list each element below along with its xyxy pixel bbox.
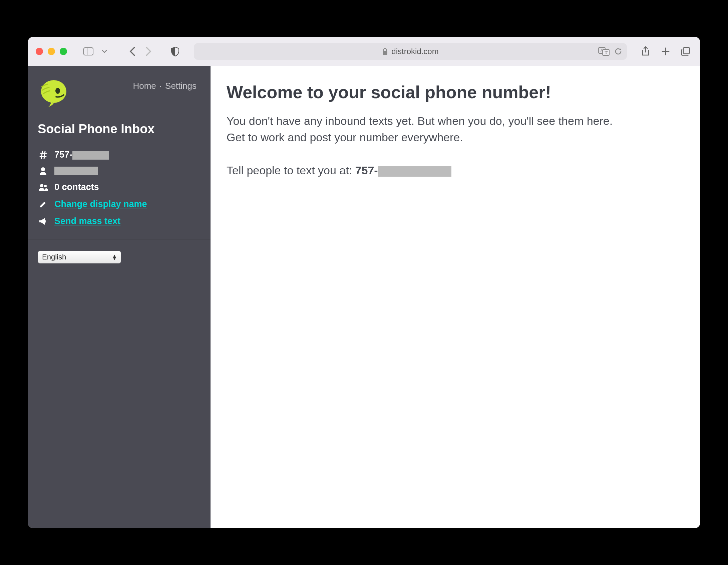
address-bar[interactable]: distrokid.com A 文 xyxy=(194,43,627,60)
empty-state-text: You don't have any inbound texts yet. Bu… xyxy=(227,113,627,146)
svg-text:A: A xyxy=(601,48,603,52)
cta-prefix: Tell people to text you at: xyxy=(227,164,355,177)
redacted-phone xyxy=(72,151,109,160)
change-display-name-link[interactable]: Change display name xyxy=(54,199,147,209)
language-select-container: English ▲▼ xyxy=(28,239,211,275)
pencil-icon xyxy=(38,200,48,208)
svg-rect-7 xyxy=(683,47,690,54)
address-bar-actions: A 文 xyxy=(598,47,622,56)
minimize-window-button[interactable] xyxy=(48,48,55,55)
translate-icon[interactable]: A 文 xyxy=(598,47,610,56)
bullhorn-icon xyxy=(38,217,48,225)
nav-separator: · xyxy=(159,81,162,91)
nav-home-link[interactable]: Home xyxy=(133,81,156,91)
hash-icon xyxy=(38,151,48,159)
shield-icon[interactable] xyxy=(168,45,182,58)
language-select[interactable]: English ▲▼ xyxy=(38,251,121,263)
svg-text:文: 文 xyxy=(605,50,608,54)
browser-window: distrokid.com A 文 xyxy=(28,37,700,528)
contacts-icon xyxy=(38,183,48,191)
redacted-cta-phone xyxy=(378,166,451,177)
reload-icon[interactable] xyxy=(614,47,622,56)
share-button[interactable] xyxy=(639,45,652,58)
select-arrows-icon: ▲▼ xyxy=(112,254,117,260)
url-text: distrokid.com xyxy=(391,47,438,56)
send-mass-text-row: Send mass text xyxy=(38,213,201,230)
new-tab-button[interactable] xyxy=(659,45,672,58)
svg-rect-0 xyxy=(84,48,93,55)
display-name-row xyxy=(38,163,201,179)
change-display-name-row: Change display name xyxy=(38,196,201,213)
sidebar-nav: Home · Settings xyxy=(133,77,197,91)
sidebar-toggle-group xyxy=(82,45,111,58)
svg-rect-2 xyxy=(383,51,387,55)
sidebar-info: 757- xyxy=(28,146,211,230)
svg-point-10 xyxy=(41,167,45,171)
sidebar-toggle-button[interactable] xyxy=(82,45,95,58)
tabs-overview-button[interactable] xyxy=(679,45,692,58)
page-title: Welcome to your social phone number! xyxy=(227,82,684,102)
forward-button[interactable] xyxy=(142,45,155,58)
phone-number-row: 757- xyxy=(38,146,201,163)
send-mass-text-link[interactable]: Send mass text xyxy=(54,216,120,226)
phone-number-value: 757- xyxy=(54,150,109,160)
sidebar: Home · Settings Social Phone Inbox 757- xyxy=(28,66,211,528)
sidebar-title: Social Phone Inbox xyxy=(28,115,211,146)
browser-toolbar: distrokid.com A 文 xyxy=(28,37,700,66)
window-controls xyxy=(36,48,67,55)
svg-point-11 xyxy=(40,184,43,187)
svg-point-9 xyxy=(55,88,60,94)
language-selected-value: English xyxy=(42,253,66,261)
page-content: Home · Settings Social Phone Inbox 757- xyxy=(28,66,700,528)
chevron-down-icon[interactable] xyxy=(98,45,111,58)
contacts-count: 0 contacts xyxy=(54,182,99,192)
cta-text: Tell people to text you at: 757- xyxy=(227,164,684,177)
maximize-window-button[interactable] xyxy=(60,48,67,55)
contacts-row: 0 contacts xyxy=(38,179,201,196)
back-button[interactable] xyxy=(126,45,139,58)
close-window-button[interactable] xyxy=(36,48,43,55)
redacted-display-name xyxy=(54,167,98,175)
svg-point-12 xyxy=(44,185,47,187)
lock-icon xyxy=(382,48,388,55)
cta-phone-number: 757- xyxy=(355,164,378,177)
nav-settings-link[interactable]: Settings xyxy=(165,81,197,91)
distrokid-logo[interactable] xyxy=(38,77,69,109)
nav-buttons xyxy=(126,45,155,58)
sidebar-header: Home · Settings xyxy=(28,66,211,115)
main-content: Welcome to your social phone number! You… xyxy=(211,66,700,528)
person-icon xyxy=(38,167,48,175)
